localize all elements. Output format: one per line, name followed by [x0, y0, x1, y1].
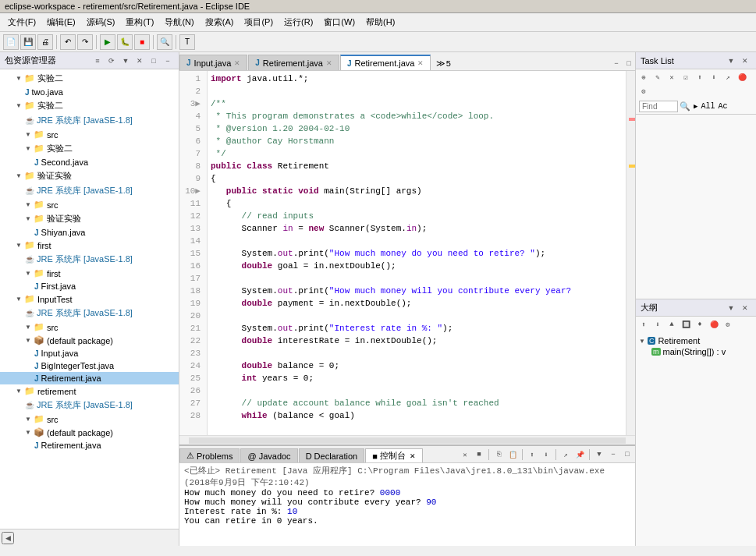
- tab-close[interactable]: ✕: [410, 452, 416, 460]
- tab-retirement-java-1[interactable]: J Retirement.java ✕: [248, 55, 339, 70]
- ol-btn-3[interactable]: ▲: [665, 318, 678, 331]
- ol-btn-2[interactable]: ⬇: [651, 318, 664, 331]
- menu-file[interactable]: 文件(F): [3, 15, 41, 30]
- tree-item-shiyan2[interactable]: ▼ 📁 实验二: [0, 71, 179, 86]
- console-open-btn[interactable]: ↗: [559, 448, 572, 461]
- tab-declaration[interactable]: D Declaration: [299, 448, 365, 462]
- tree-item-secondjava[interactable]: J Second.java: [0, 156, 179, 168]
- tab-retirement-java-active[interactable]: J Retirement.java ✕: [340, 55, 431, 70]
- menu-navigate[interactable]: 导航(N): [160, 15, 198, 30]
- tl-btn-8[interactable]: 🔴: [736, 71, 748, 83]
- console-scroll-end[interactable]: ⬇: [540, 448, 552, 461]
- tl-btn-2[interactable]: ✎: [651, 71, 664, 83]
- tree-item-retirement[interactable]: ▼ 📁 retirement: [0, 384, 179, 398]
- ol-btn-5[interactable]: ♦: [694, 318, 706, 331]
- tab-close-icon[interactable]: ✕: [326, 59, 332, 67]
- menu-window[interactable]: 窗口(W): [319, 15, 360, 30]
- find-search-icon[interactable]: 🔍: [680, 101, 690, 112]
- outline-close-btn[interactable]: ✕: [739, 302, 751, 314]
- tab-close-icon[interactable]: ✕: [234, 59, 240, 67]
- tree-item-jre2[interactable]: ☕ JRE 系统库 [JavaSE-1.8]: [0, 183, 179, 198]
- tree-item-first[interactable]: ▼ 📁 first: [0, 239, 179, 252]
- console-clear-btn[interactable]: ✕: [459, 448, 471, 461]
- ol-btn-6[interactable]: 🔴: [708, 318, 720, 331]
- tree-item-inputjava[interactable]: J Input.java: [0, 347, 179, 359]
- ol-btn-1[interactable]: ⬆: [637, 318, 650, 331]
- tree-item-src3[interactable]: ▼ 📁 src: [0, 320, 179, 334]
- tab-console[interactable]: ■ 控制台 ✕: [365, 448, 423, 462]
- outline-item-retirement[interactable]: ▼ C Retirement: [639, 335, 753, 346]
- tl-btn-6[interactable]: ⬇: [708, 71, 720, 83]
- tl-btn-9[interactable]: ⚙: [637, 85, 650, 97]
- tree-item-jre1[interactable]: ☕ JRE 系统库 [JavaSE-1.8]: [0, 113, 179, 128]
- tree-item-jre4[interactable]: ☕ JRE 系统库 [JavaSE-1.8]: [0, 306, 179, 320]
- editor-scrollbar[interactable]: [626, 71, 635, 435]
- task-list-close-btn[interactable]: ✕: [739, 55, 751, 67]
- ol-btn-4[interactable]: 🔲: [680, 318, 692, 331]
- stop-button[interactable]: ■: [134, 34, 150, 50]
- console-min-btn[interactable]: −: [607, 448, 619, 461]
- print-button[interactable]: 🖨: [37, 34, 53, 50]
- editor-hscroll[interactable]: [179, 435, 635, 444]
- editor-max-btn[interactable]: □: [623, 58, 635, 70]
- tab-close-icon[interactable]: ✕: [417, 59, 424, 67]
- tree-item-inputtest[interactable]: ▼ 📁 InputTest: [0, 292, 179, 306]
- tabs-overflow[interactable]: ≫5: [431, 57, 456, 70]
- console-paste-btn[interactable]: 📋: [506, 448, 519, 461]
- tree-item-default-pkg[interactable]: ▼ 📦 (default package): [0, 334, 179, 347]
- tl-btn-4[interactable]: ☑: [680, 71, 692, 83]
- console-scroll-top[interactable]: ⬆: [526, 448, 538, 461]
- new-button[interactable]: 📄: [3, 34, 19, 50]
- tl-btn-3[interactable]: ✕: [665, 71, 678, 83]
- tl-btn-7[interactable]: ↗: [722, 71, 734, 83]
- menu-run[interactable]: 运行(R): [279, 15, 318, 30]
- tree-item-retirementjava-selected[interactable]: J Retirement.java: [0, 372, 179, 384]
- tab-javadoc[interactable]: @ Javadoc: [240, 448, 297, 462]
- menu-help[interactable]: 帮助(H): [361, 15, 399, 30]
- tree-item-twojava[interactable]: J two.java: [0, 86, 179, 98]
- save-button[interactable]: 💾: [20, 34, 36, 50]
- tree-item-src1[interactable]: ▼ 📁 src: [0, 128, 179, 141]
- tree-item-src4[interactable]: ▼ 📁 src: [0, 413, 179, 426]
- tree-item-src2[interactable]: ▼ 📁 src: [0, 198, 179, 211]
- editor-min-btn[interactable]: −: [610, 58, 623, 70]
- run-button[interactable]: ▶: [100, 34, 115, 50]
- find-input[interactable]: [639, 101, 678, 112]
- tree-item-shiyanjava[interactable]: J Shiyan.java: [0, 226, 179, 239]
- redo-button[interactable]: ↷: [77, 34, 93, 50]
- console-copy-btn[interactable]: ⎘: [492, 448, 505, 461]
- console-stop-btn[interactable]: ■: [473, 448, 485, 461]
- explorer-close-btn[interactable]: ✕: [133, 55, 146, 67]
- explorer-sync-btn[interactable]: ⟳: [105, 55, 118, 67]
- menu-refactor[interactable]: 重构(T): [121, 15, 158, 30]
- menu-search[interactable]: 搜索(A): [201, 15, 239, 30]
- explorer-collapse-btn[interactable]: ≡: [91, 55, 104, 67]
- outline-menu-btn[interactable]: ▼: [725, 302, 737, 314]
- tree-item-shiyan2c[interactable]: ▼ 📁 实验二: [0, 141, 179, 156]
- tree-item-yanzheng[interactable]: ▼ 📁 验证实验: [0, 168, 179, 183]
- console-content[interactable]: <已终止> Retirement [Java 应用程序] C:\Program …: [179, 463, 635, 546]
- tree-item-first2[interactable]: ▼ 📁 first: [0, 267, 179, 280]
- tree-item-jre3[interactable]: ☕ JRE 系统库 [JavaSE-1.8]: [0, 252, 179, 267]
- tree-item-firstjava[interactable]: J First.java: [0, 280, 179, 292]
- console-pin-btn[interactable]: 📌: [573, 448, 586, 461]
- explorer-min-btn[interactable]: −: [161, 55, 174, 67]
- tl-btn-1[interactable]: ⊕: [637, 71, 650, 83]
- tree-item-jre5[interactable]: ☕ JRE 系统库 [JavaSE-1.8]: [0, 398, 179, 413]
- explorer-menu-btn[interactable]: ▼: [119, 55, 132, 67]
- console-max-btn[interactable]: □: [621, 448, 634, 461]
- hscroll-track[interactable]: [189, 437, 626, 444]
- find-ac-label[interactable]: Ac: [718, 102, 727, 111]
- menu-edit[interactable]: 编辑(E): [42, 15, 80, 30]
- tab-problems[interactable]: ⚠ Problems: [179, 448, 240, 462]
- undo-button[interactable]: ↶: [60, 34, 76, 50]
- tab-input-java[interactable]: J Input.java ✕: [179, 55, 247, 70]
- ol-btn-7[interactable]: ⚙: [722, 318, 734, 331]
- explorer-max-btn[interactable]: □: [147, 55, 160, 67]
- tree-item-bigintegerjava[interactable]: J BigIntegerTest.java: [0, 359, 179, 372]
- tl-btn-5[interactable]: ⬆: [694, 71, 706, 83]
- open-type-button[interactable]: T: [179, 34, 195, 50]
- outline-item-main[interactable]: m main(String[]) : v: [639, 346, 753, 357]
- find-arrow[interactable]: ▶: [694, 102, 697, 111]
- console-menu-btn[interactable]: ▼: [593, 448, 605, 461]
